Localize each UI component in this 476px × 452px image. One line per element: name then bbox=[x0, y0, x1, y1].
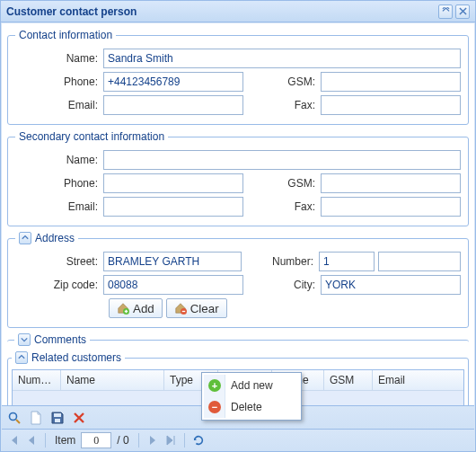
refresh-icon bbox=[192, 434, 205, 447]
col-name[interactable]: Name bbox=[61, 370, 164, 390]
gsm-input[interactable] bbox=[321, 72, 461, 92]
street-input[interactable] bbox=[103, 252, 242, 271]
menu-add-new[interactable]: + Add new bbox=[204, 375, 299, 396]
street-label: Street: bbox=[15, 255, 103, 268]
comments-toggle-icon[interactable] bbox=[18, 333, 31, 346]
secondary-fieldset: Secondary contact information Name: Phon… bbox=[7, 130, 469, 226]
phone-input[interactable] bbox=[103, 72, 243, 92]
search-button[interactable] bbox=[5, 409, 23, 427]
add-icon: + bbox=[208, 379, 221, 392]
sec-gsm-input[interactable] bbox=[321, 173, 461, 193]
contact-fieldset: Contact information Name: Phone: GSM: Em… bbox=[7, 29, 469, 125]
sec-fax-input[interactable] bbox=[321, 197, 461, 217]
name-label: Name: bbox=[15, 52, 103, 65]
menu-delete[interactable]: − Delete bbox=[204, 396, 299, 418]
customer-contact-panel: Customer contact person Contact informat… bbox=[0, 0, 476, 452]
add-address-button[interactable]: Add bbox=[109, 298, 163, 318]
fax-label: Fax: bbox=[260, 99, 321, 111]
item-label: Item bbox=[55, 434, 75, 447]
save-button[interactable] bbox=[48, 409, 66, 427]
contact-legend: Contact information bbox=[15, 29, 116, 41]
number-label: Number: bbox=[258, 255, 319, 268]
sec-gsm-label: GSM: bbox=[260, 177, 321, 190]
house-clear-icon bbox=[174, 302, 187, 315]
name-input[interactable] bbox=[103, 49, 461, 68]
panel-title: Customer contact person bbox=[6, 5, 436, 18]
x-icon bbox=[72, 411, 86, 425]
col-gsm[interactable]: GSM bbox=[324, 370, 373, 390]
search-icon bbox=[7, 411, 22, 425]
zip-input[interactable] bbox=[103, 275, 243, 295]
related-legend: Related customers bbox=[12, 351, 125, 364]
address-legend: Address bbox=[15, 232, 78, 244]
related-toggle-icon[interactable] bbox=[15, 351, 28, 364]
sec-name-input[interactable] bbox=[103, 150, 461, 170]
first-page-button[interactable] bbox=[5, 432, 22, 448]
svg-rect-4 bbox=[55, 419, 60, 422]
svg-point-2 bbox=[10, 412, 17, 420]
delete-button[interactable] bbox=[70, 409, 88, 427]
fax-input[interactable] bbox=[321, 95, 461, 115]
address-fieldset: Address Street: Number: Zip code: City: bbox=[7, 232, 469, 328]
page-number-input[interactable] bbox=[81, 432, 111, 448]
disk-icon bbox=[50, 411, 65, 425]
delete-icon: − bbox=[208, 401, 221, 413]
city-input[interactable] bbox=[321, 275, 461, 295]
next-page-button[interactable] bbox=[145, 432, 161, 448]
refresh-button[interactable] bbox=[190, 432, 207, 448]
panel-header: Customer contact person bbox=[1, 1, 475, 22]
close-icon[interactable] bbox=[455, 4, 470, 19]
page-icon bbox=[29, 411, 43, 425]
sec-phone-input[interactable] bbox=[103, 173, 243, 193]
email-input[interactable] bbox=[103, 95, 243, 115]
prev-page-button[interactable] bbox=[23, 432, 40, 448]
collapse-icon[interactable] bbox=[438, 4, 453, 19]
number-extra-input[interactable] bbox=[378, 252, 461, 271]
city-label: City: bbox=[260, 279, 321, 291]
new-button[interactable] bbox=[27, 409, 45, 427]
total-label: / 0 bbox=[117, 434, 128, 447]
secondary-legend: Secondary contact information bbox=[15, 130, 168, 143]
sec-fax-label: Fax: bbox=[260, 200, 321, 213]
email-label: Email: bbox=[15, 99, 103, 111]
panel-body: Contact information Name: Phone: GSM: Em… bbox=[2, 23, 474, 451]
number-input[interactable] bbox=[319, 252, 375, 271]
svg-rect-3 bbox=[54, 413, 61, 417]
last-page-button[interactable] bbox=[163, 432, 179, 448]
col-number[interactable]: Number bbox=[13, 370, 61, 390]
sec-email-input[interactable] bbox=[103, 197, 243, 217]
comments-fieldset: Comments bbox=[7, 333, 469, 346]
house-add-icon bbox=[117, 302, 129, 315]
zip-label: Zip code: bbox=[15, 279, 103, 291]
sec-email-label: Email: bbox=[15, 200, 103, 213]
context-menu: + Add new − Delete bbox=[201, 372, 302, 421]
col-email[interactable]: Email bbox=[373, 370, 463, 390]
sec-name-label: Name: bbox=[15, 154, 103, 166]
gsm-label: GSM: bbox=[260, 75, 321, 88]
sec-phone-label: Phone: bbox=[15, 177, 103, 190]
address-toggle-icon[interactable] bbox=[19, 232, 31, 244]
comments-legend: Comments bbox=[14, 333, 90, 346]
phone-label: Phone: bbox=[15, 75, 103, 88]
clear-address-button[interactable]: Clear bbox=[166, 298, 227, 318]
pager: Item / 0 bbox=[2, 429, 474, 451]
